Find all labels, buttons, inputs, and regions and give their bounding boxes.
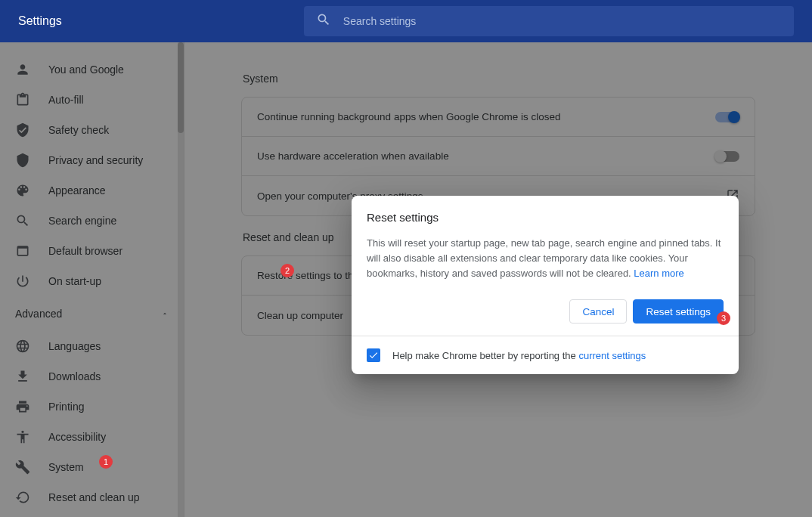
search-input[interactable]: [343, 15, 782, 27]
page-title: Settings: [18, 14, 62, 28]
report-checkbox[interactable]: [367, 348, 380, 362]
search-box[interactable]: [304, 6, 794, 36]
current-settings-link[interactable]: current settings: [578, 350, 646, 361]
step-badge-1: 1: [99, 455, 113, 469]
dialog-footer: Help make Chrome better by reporting the…: [352, 336, 739, 374]
reset-settings-button[interactable]: Reset settings: [633, 299, 724, 324]
report-text: Help make Chrome better by reporting the…: [392, 350, 646, 361]
reset-settings-dialog: Reset settings This will reset your star…: [352, 196, 739, 374]
step-badge-3: 3: [717, 311, 730, 325]
step-badge-2: 2: [280, 264, 294, 277]
cancel-button[interactable]: Cancel: [569, 299, 627, 324]
learn-more-link[interactable]: Learn more: [634, 268, 683, 279]
search-icon: [316, 12, 343, 30]
dialog-title: Reset settings: [367, 211, 724, 224]
app-header: Settings: [0, 0, 812, 42]
dialog-body-text: This will reset your startup page, new t…: [367, 236, 724, 281]
